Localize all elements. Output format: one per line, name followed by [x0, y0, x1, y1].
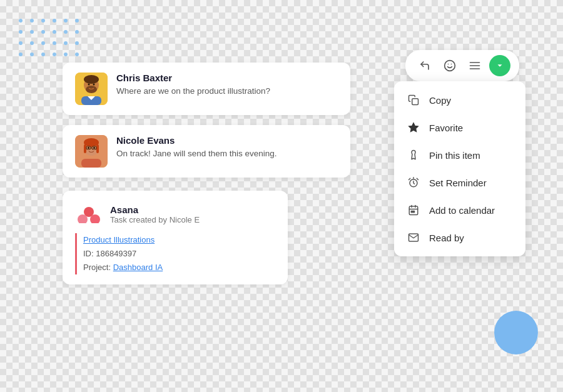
svg-point-0 [445, 61, 455, 71]
menu-readby-label: Read by [429, 233, 464, 243]
asana-project-label: Project: [83, 263, 111, 272]
message-card-chris: Chris Baxter Where are we on the product… [63, 63, 350, 115]
more-button[interactable] [464, 55, 485, 76]
calendar-icon [407, 203, 420, 217]
clock-icon [407, 176, 420, 189]
sender-name-chris: Chris Baxter [116, 73, 338, 83]
menu-item-calendar[interactable]: Add to calendar [394, 196, 525, 224]
blue-circle-decoration [494, 311, 538, 354]
avatar-nicole [75, 135, 108, 168]
svg-rect-14 [413, 211, 414, 213]
svg-rect-32 [81, 159, 101, 168]
menu-reminder-label: Set Reminder [429, 178, 487, 188]
asana-id-row: ID: 186849397 [83, 247, 275, 261]
menu-favorite-label: Favorite [429, 123, 463, 133]
asana-link-row: Product Illustrations [83, 233, 275, 247]
svg-rect-26 [96, 144, 99, 153]
mail-icon [407, 231, 420, 244]
svg-point-19 [93, 84, 95, 86]
menu-calendar-label: Add to calendar [429, 205, 495, 216]
menu-item-reminder[interactable]: Set Reminder [394, 169, 525, 196]
svg-point-17 [84, 75, 99, 84]
message-toolbar [405, 50, 519, 81]
asana-card-title-group: Asana Task created by Nicole E [110, 204, 200, 224]
menu-item-favorite[interactable]: Favorite [394, 114, 525, 141]
asana-card: Asana Task created by Nicole E Product I… [63, 191, 288, 284]
menu-item-copy[interactable]: Copy [394, 86, 525, 114]
svg-marker-7 [409, 123, 418, 132]
asana-card-header: Asana Task created by Nicole E [75, 201, 275, 228]
reply-button[interactable] [414, 55, 435, 76]
svg-rect-25 [84, 144, 86, 153]
pin-icon [407, 148, 420, 162]
message-text-nicole: On track! Jane will send them this eveni… [116, 148, 338, 160]
svg-point-18 [88, 84, 90, 86]
menu-copy-label: Copy [429, 95, 451, 106]
svg-point-30 [88, 147, 89, 149]
star-icon [407, 121, 420, 134]
asana-logo [75, 201, 103, 228]
message-card-nicole: Nicole Evans On track! Jane will send th… [63, 125, 350, 178]
asana-subtitle: Task created by Nicole E [110, 215, 200, 224]
expand-button[interactable] [489, 55, 510, 76]
dot-grid-decoration [19, 19, 83, 60]
menu-item-pin[interactable]: Pin this item [394, 141, 525, 169]
menu-item-readby[interactable]: Read by [394, 224, 525, 251]
asana-project-link[interactable]: Dashboard IA [113, 263, 163, 272]
message-content-chris: Chris Baxter Where are we on the product… [116, 73, 338, 98]
menu-pin-label: Pin this item [429, 150, 480, 161]
sender-name-nicole: Nicole Evans [116, 135, 338, 146]
asana-product-link[interactable]: Product Illustrations [83, 235, 155, 244]
avatar-chris [75, 73, 108, 105]
copy-icon [407, 93, 420, 107]
message-content-nicole: Nicole Evans On track! Jane will send th… [116, 135, 338, 160]
asana-details: Product Illustrations ID: 186849397 Proj… [75, 233, 275, 274]
svg-point-31 [93, 147, 95, 149]
context-menu: Copy Favorite Pin this item Set Reminder [394, 81, 525, 256]
svg-rect-13 [411, 211, 412, 213]
svg-rect-6 [412, 99, 418, 105]
asana-project-row: Project: Dashboard IA [83, 261, 275, 274]
asana-title: Asana [110, 204, 200, 215]
message-text-chris: Where are we on the product illustration… [116, 86, 338, 98]
emoji-button[interactable] [439, 55, 460, 76]
